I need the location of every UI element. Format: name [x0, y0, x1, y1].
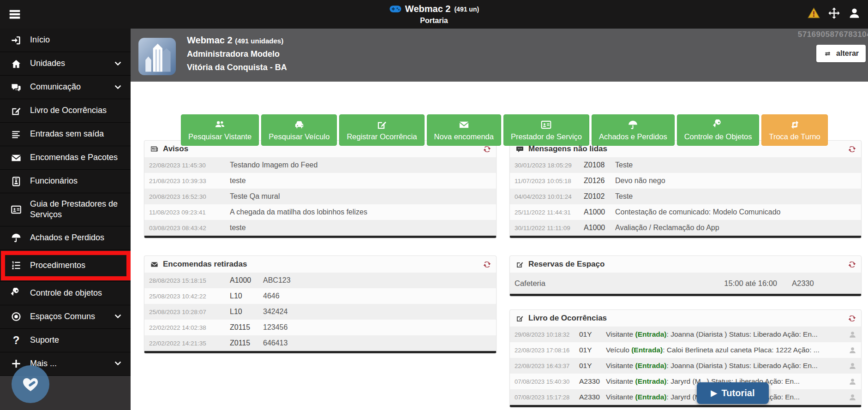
refresh-icon[interactable]	[848, 260, 856, 269]
app-units-count: (491 un)	[454, 6, 479, 13]
table-row[interactable]: 11/08/2023 09:23:41 A chegada da matilha…	[144, 204, 496, 220]
row-date: 25/08/2023 10:28:07	[149, 309, 230, 315]
reservation-unit: A2330	[792, 279, 816, 288]
exchange-icon	[823, 50, 832, 57]
accessibility-widget-button[interactable]	[12, 365, 49, 403]
table-row[interactable]: 22/08/2023 16:43:37 01Y Visitante (Entra…	[510, 358, 861, 374]
fullscreen-icon[interactable]	[828, 7, 840, 19]
sidebar-item-label: Achados e Perdidos	[30, 232, 122, 243]
quick-action-button[interactable]: Achados e Perdidos	[592, 114, 675, 146]
sidebar-item[interactable]: Procedimentos	[0, 250, 131, 282]
row-date: 07/08/2023 15:40:30	[515, 378, 579, 385]
sidebar-item[interactable]: Guia de Prestadores de Serviços	[0, 193, 131, 226]
sidebar-item-icon	[10, 232, 22, 243]
chevron-down-icon	[114, 359, 122, 368]
row-unit: L10	[230, 308, 263, 316]
row-date: 22/08/2023 16:43:37	[515, 362, 579, 369]
table-row[interactable]: 25/08/2023 10:28:07 L10 342424	[144, 304, 496, 320]
sidebar-item[interactable]: Livro de Ocorrências	[0, 99, 131, 123]
table-row[interactable]: 30/11/2022 11:11:09 A1000 Avaliação / Re…	[510, 220, 861, 236]
table-row[interactable]: 21/08/2023 10:39:33 teste	[144, 173, 496, 189]
sidebar-item[interactable]: Início	[0, 29, 131, 52]
row-date: 07/08/2023 15:17:28	[515, 394, 579, 401]
quick-action-icon	[712, 119, 724, 130]
table-row[interactable]: 03/08/2023 08:43:42 teste	[144, 220, 496, 236]
top-bar: Webmac 2 (491 un) Portaria	[0, 0, 868, 29]
sidebar-item[interactable]: Entradas sem saída	[0, 123, 131, 146]
row-unit: Z0102	[584, 192, 615, 201]
row-text: teste	[230, 177, 491, 185]
sidebar-item[interactable]: Comunicação	[0, 76, 131, 99]
table-row[interactable]: 22/02/2022 14:02:38 Z0115 123456	[144, 320, 496, 335]
quick-action-button[interactable]: Pesquisar Vistante	[181, 114, 259, 146]
row-text: Visitante (Entrada): Joanna (Diarista ) …	[606, 330, 844, 339]
table-row[interactable]: 22/02/2022 14:21:35 Z0115 646413	[144, 335, 496, 351]
sidebar-item[interactable]: ? Suporte	[0, 329, 131, 352]
building-units: (491 unidades)	[235, 37, 283, 45]
refresh-icon[interactable]	[848, 314, 856, 323]
warning-icon[interactable]	[808, 7, 820, 19]
tutorial-button[interactable]: ▶ Tutorial	[697, 382, 769, 404]
app-title: Webmac 2	[405, 4, 451, 14]
change-building-button[interactable]: alterar	[816, 45, 866, 62]
sidebar-item[interactable]: Encomendas e Pacotes	[0, 146, 131, 170]
sidebar-item-label: Início	[30, 35, 122, 45]
quick-action-button[interactable]: Controle de Objetos	[677, 114, 760, 146]
quick-action-button[interactable]: Registrar Ocorrência	[339, 114, 424, 146]
row-date: 29/08/2023 10:18:32	[515, 331, 579, 338]
row-date: 30/11/2022 11:11:09	[515, 225, 584, 232]
table-row[interactable]: 04/04/2023 10:01:24 Z0102 Teste	[510, 189, 861, 204]
table-row[interactable]: 29/08/2023 10:18:32 01Y Visitante (Entra…	[510, 327, 861, 342]
table-row[interactable]: 22/08/2023 17:08:16 01Y Veículo (Entrada…	[510, 342, 861, 358]
table-row[interactable]: 25/11/2022 11:44:31 A1000 Contestação de…	[510, 204, 861, 220]
heart-pill-icon	[21, 375, 40, 393]
sidebar-item-label: Suporte	[30, 335, 122, 345]
refresh-icon[interactable]	[483, 260, 491, 269]
row-date: 30/01/2023 18:05:29	[515, 162, 584, 169]
sidebar-item-icon	[10, 176, 22, 187]
sidebar-item-label: Comunicação	[30, 82, 111, 92]
card-title: Livro de Ocorrências	[528, 314, 607, 323]
reservas-card: Reservas de Espaço Cafeteria 15:00 até 1…	[509, 256, 862, 296]
sidebar-item[interactable]: Espaços Comuns	[0, 305, 131, 329]
table-row[interactable]: 22/08/2023 11:45:30 Testando Imagem do F…	[144, 157, 496, 173]
card-header: Reservas de Espaço	[510, 256, 861, 273]
sidebar-item[interactable]: Achados e Perdidos	[0, 226, 131, 250]
row-date: 20/08/2023 16:52:30	[149, 193, 230, 200]
table-row[interactable]: 07/08/2023 15:17:28 A2330 Visitante (Ent…	[510, 389, 861, 405]
quick-action-button[interactable]: Prestador de Serviço	[503, 114, 589, 146]
table-row[interactable]: 07/08/2023 15:40:30 A2330 Visitante (Ent…	[510, 374, 861, 389]
sidebar-item-icon	[10, 106, 22, 116]
newspaper-icon	[150, 145, 159, 153]
sidebar-item[interactable]: Funcionários	[0, 170, 131, 193]
quick-action-button[interactable]: Pesquisar Veículo	[261, 114, 337, 146]
row-unit: A1000	[584, 208, 615, 216]
quick-action-label: Registrar Ocorrência	[347, 132, 417, 141]
table-row[interactable]: Cafeteria 15:00 até 16:00 A2330	[510, 273, 861, 294]
refresh-icon[interactable]	[483, 145, 491, 154]
chevron-down-icon	[114, 59, 122, 68]
entrada-tag: (Entrada)	[635, 393, 666, 401]
building-logo	[138, 38, 176, 75]
refresh-icon[interactable]	[848, 145, 856, 154]
webmac-app-icon	[389, 3, 401, 15]
card-header: Encomendas retiradas	[144, 256, 496, 273]
quick-action-button[interactable]: Troca de Turno	[761, 114, 827, 146]
table-row[interactable]: 11/07/2023 10:05:18 Z0126 Devo não nego	[510, 173, 861, 189]
table-row[interactable]: 20/08/2023 16:52:30 Teste Qa mural	[144, 189, 496, 204]
topbar-actions	[808, 7, 861, 19]
menu-icon[interactable]	[8, 7, 22, 21]
comment-icon	[515, 145, 524, 153]
table-row[interactable]: 25/08/2023 10:42:22 L10 4646	[144, 288, 496, 304]
table-row[interactable]: 28/08/2023 15:18:15 A1000 ABC123	[144, 273, 496, 288]
quick-action-button[interactable]: Nova encomenda	[427, 114, 501, 146]
sidebar-item-label: Encomendas e Pacotes	[30, 152, 122, 163]
sidebar-item-label: Procedimentos	[30, 260, 122, 271]
sidebar-item[interactable]: Controle de objetos	[0, 282, 131, 305]
row-text: Visitante (Entrada): Joanna (Diarista ) …	[606, 362, 844, 370]
table-row[interactable]: 30/01/2023 18:05:29 Z0108 Teste	[510, 157, 861, 173]
sidebar-item[interactable]: Unidades	[0, 52, 131, 76]
sidebar-item-label: Livro de Ocorrências	[30, 105, 122, 116]
sidebar-item-icon: ?	[10, 335, 22, 345]
user-icon[interactable]	[848, 7, 861, 19]
